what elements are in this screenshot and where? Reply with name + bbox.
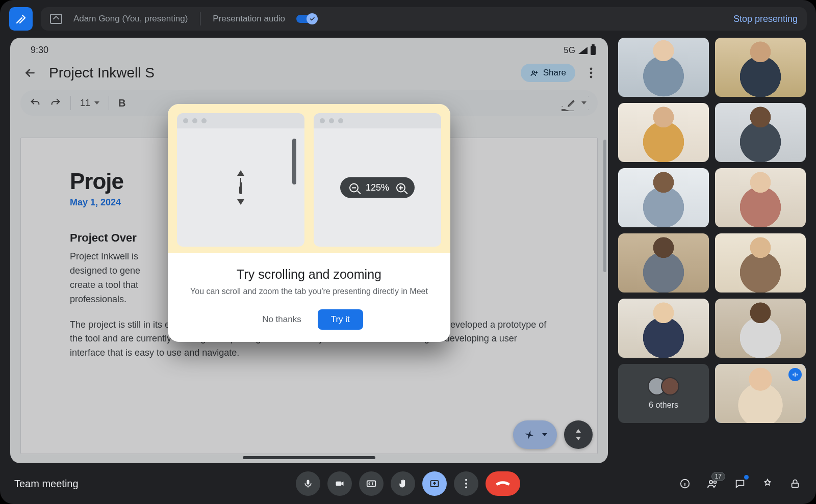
font-size-value: 11 bbox=[80, 98, 90, 109]
svg-point-3 bbox=[590, 76, 593, 78]
illustration-zoom-panel: 125% bbox=[314, 113, 441, 247]
status-icons: 5G bbox=[564, 45, 596, 56]
svg-point-15 bbox=[714, 481, 717, 484]
doc-more-button[interactable] bbox=[584, 67, 598, 78]
mouse-scroll-icon bbox=[237, 170, 244, 205]
meeting-name: Team meeting bbox=[14, 478, 79, 490]
participant-tile[interactable]: Nanla Vu bbox=[618, 103, 709, 162]
present-button[interactable] bbox=[422, 471, 447, 496]
scroll-fab[interactable] bbox=[564, 420, 593, 449]
others-label: 6 others bbox=[649, 401, 678, 410]
edit-mode-dropdown[interactable] bbox=[562, 95, 592, 111]
participant-tile[interactable]: Hugo Novak bbox=[715, 299, 806, 358]
svg-rect-16 bbox=[792, 483, 799, 487]
participants-grid: Cillian Garner Marc Lopez Nanla Vu Joe C… bbox=[618, 38, 806, 463]
svg-point-10 bbox=[465, 479, 467, 481]
people-button[interactable]: 17 bbox=[706, 477, 719, 490]
bold-button[interactable]: B bbox=[118, 97, 125, 109]
more-options-button[interactable] bbox=[454, 471, 478, 496]
leave-call-button[interactable] bbox=[486, 471, 520, 496]
back-button[interactable] bbox=[20, 66, 40, 79]
svg-rect-7 bbox=[336, 482, 342, 486]
others-tile[interactable]: 6 others bbox=[618, 364, 709, 423]
zoom-out-icon bbox=[349, 183, 359, 192]
chat-button[interactable] bbox=[733, 477, 747, 490]
participant-tile[interactable]: Cillian Garner bbox=[618, 38, 709, 97]
participant-tile[interactable]: Mai Oneill bbox=[618, 168, 709, 227]
dialog-subtitle: You can scroll and zoom the tab you're p… bbox=[181, 287, 437, 296]
svg-point-1 bbox=[590, 68, 593, 70]
captions-button[interactable] bbox=[359, 471, 384, 496]
self-tile[interactable]: You bbox=[715, 364, 806, 423]
status-time: 9:30 bbox=[31, 45, 48, 56]
raise-hand-button[interactable] bbox=[391, 471, 415, 496]
feature-promo-dialog: 125% Try scrolling and zooming You can s… bbox=[168, 104, 450, 342]
app-root: Adam Gong (You, presenting) Presentation… bbox=[0, 0, 816, 504]
bottom-bar: Team meeting 17 bbox=[0, 463, 816, 504]
people-count-badge: 17 bbox=[711, 472, 725, 481]
activities-button[interactable] bbox=[761, 477, 774, 490]
participant-tile[interactable]: Rosa Michaels bbox=[618, 233, 709, 293]
svg-rect-5 bbox=[795, 373, 796, 377]
top-bar: Adam Gong (You, presenting) Presentation… bbox=[0, 0, 816, 36]
caret-down-icon bbox=[94, 101, 99, 104]
presenter-info-pill: Adam Gong (You, presenting) Presentation… bbox=[41, 7, 807, 31]
zoom-level-label: 125% bbox=[366, 182, 389, 193]
svg-rect-8 bbox=[367, 481, 376, 487]
try-it-button[interactable]: Try it bbox=[318, 309, 363, 330]
battery-icon bbox=[591, 46, 596, 55]
device-status-bar: 9:30 5G bbox=[10, 38, 608, 59]
participant-tile[interactable]: Joe Carlson bbox=[715, 103, 806, 162]
doc-title-bar: Project Inkwell S Share bbox=[10, 59, 608, 87]
presenter-label: Adam Gong (You, presenting) bbox=[73, 14, 188, 24]
mini-scrollbar-icon bbox=[292, 139, 296, 184]
zoom-control-icon: 125% bbox=[340, 177, 415, 198]
presentation-audio-toggle[interactable] bbox=[296, 15, 316, 23]
call-controls bbox=[296, 471, 520, 496]
unread-dot-icon bbox=[744, 475, 749, 480]
host-controls-button[interactable] bbox=[788, 477, 802, 490]
stop-presenting-link[interactable]: Stop presenting bbox=[733, 14, 798, 24]
caret-down-icon bbox=[542, 433, 547, 436]
doc-scrollbar-thumb[interactable] bbox=[603, 140, 606, 272]
speaking-indicator-icon bbox=[788, 368, 802, 381]
caret-down-icon bbox=[581, 101, 586, 104]
divider bbox=[70, 96, 71, 110]
participant-tile[interactable]: Marc Lopez bbox=[715, 38, 806, 97]
present-to-all-icon bbox=[50, 14, 62, 24]
presentation-audio-label: Presentation audio bbox=[213, 14, 285, 24]
no-thanks-button[interactable]: No thanks bbox=[255, 309, 309, 330]
share-button-label: Share bbox=[543, 68, 566, 78]
dialog-illustration: 125% bbox=[168, 104, 450, 253]
meeting-details-button[interactable] bbox=[678, 477, 692, 490]
participant-tile[interactable]: Alena Paterson bbox=[715, 168, 806, 227]
svg-point-0 bbox=[532, 71, 534, 73]
svg-point-11 bbox=[465, 483, 467, 485]
app-logo-icon bbox=[9, 7, 33, 31]
dialog-title: Try scrolling and zooming bbox=[181, 267, 437, 282]
main-area: 9:30 5G Project Inkwell S Share bbox=[0, 36, 816, 463]
scroll-arrows-icon bbox=[575, 429, 582, 440]
signal-icon bbox=[578, 47, 588, 54]
undo-button[interactable] bbox=[30, 97, 41, 109]
camera-button[interactable] bbox=[327, 471, 352, 496]
participant-tile[interactable]: Lani Lee bbox=[618, 299, 709, 358]
ai-assist-fab[interactable] bbox=[513, 420, 557, 449]
network-label: 5G bbox=[564, 45, 575, 56]
participant-tile[interactable]: Nina Duffy bbox=[715, 233, 806, 293]
zoom-in-icon bbox=[396, 183, 405, 192]
doc-title[interactable]: Project Inkwell S bbox=[49, 65, 512, 81]
svg-point-14 bbox=[709, 481, 712, 484]
share-button[interactable]: Share bbox=[521, 64, 575, 82]
mic-button[interactable] bbox=[296, 471, 320, 496]
illustration-scroll-panel bbox=[177, 113, 304, 247]
svg-rect-6 bbox=[797, 374, 798, 376]
svg-rect-4 bbox=[793, 374, 794, 376]
right-controls: 17 bbox=[678, 477, 802, 490]
redo-button[interactable] bbox=[50, 97, 61, 109]
divider bbox=[200, 12, 200, 25]
svg-point-12 bbox=[465, 486, 467, 488]
avatar-stack-icon bbox=[648, 377, 679, 395]
divider bbox=[109, 96, 109, 110]
font-size-selector[interactable]: 11 bbox=[80, 98, 99, 109]
